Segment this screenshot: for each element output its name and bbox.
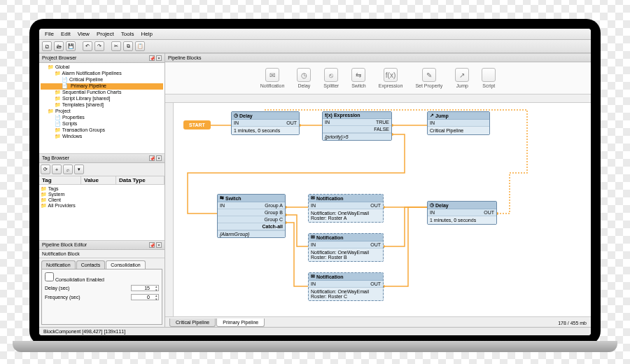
tree-node[interactable]: Script Library [shared] [41,96,163,102]
tree-node[interactable]: Transaction Groups [41,127,163,134]
tab-notification[interactable]: Notification [41,260,76,269]
copy-icon[interactable]: ⧉ [123,41,133,51]
editor-tabs: Notification Contacts Consolidation [39,258,164,269]
switch-block[interactable]: ⇆Switch INGroup A Group B Group C Catch-… [217,194,286,238]
palette-switch[interactable]: ⇆Switch [351,68,366,88]
menu-project[interactable]: Project [94,30,117,38]
close-icon[interactable]: × [156,55,162,61]
tree-node[interactable]: Sequential Function Charts [41,90,163,96]
port-in[interactable]: IN [311,242,316,247]
tree-node[interactable]: Windows [41,134,163,140]
notification-block-c[interactable]: ✉Notification INOUT Notification: OneWay… [308,272,384,301]
palette-script[interactable]: Script [482,68,496,88]
port-out[interactable]: OUT [484,210,494,215]
port-in[interactable]: IN [220,203,225,208]
port-out[interactable]: OUT [370,203,381,208]
notification-block-b[interactable]: ✉Notification INOUT Notification: OneWay… [308,233,384,262]
col-value[interactable]: Value [81,176,116,184]
port-in[interactable]: IN [325,120,330,125]
palette-expression[interactable]: f(x)Expression [379,68,403,88]
palette-splitter[interactable]: ⎋Splitter [323,68,339,88]
project-browser-tree[interactable]: GlobalAlarm Notification PipelinesCritic… [39,63,164,153]
delay-block-2[interactable]: ◷Delay INOUT 1 minutes, 0 seconds [427,201,497,225]
tree-node[interactable]: Global [41,64,163,71]
tree-node[interactable]: Project [41,108,163,115]
new-icon[interactable]: 🗋 [42,41,52,51]
tab-contacts[interactable]: Contacts [76,260,106,269]
palette-label: Splitter [323,83,339,88]
save-icon[interactable]: 💾 [66,41,76,51]
add-icon[interactable]: + [52,164,62,174]
tag-folder[interactable]: Tags [41,186,163,192]
menu-edit[interactable]: Edit [58,30,74,38]
tab-primary[interactable]: Primary Pipeline [216,318,265,327]
port-in[interactable]: IN [430,210,435,215]
tag-tree[interactable]: TagsSystemClientAll Providers [39,185,164,240]
port-in[interactable]: IN [311,281,316,286]
tree-node[interactable]: Primary Pipeline [41,83,163,90]
port-false[interactable]: FALSE [374,127,389,132]
delay-icon: ◷ [297,68,311,82]
expression-block[interactable]: f(x)Expression INTRUE FALSE {priority}>5 [322,111,392,141]
close-icon[interactable]: × [156,242,162,248]
consolidation-checkbox[interactable]: Consolidation Enabled [45,277,104,282]
menu-help[interactable]: Help [138,30,155,38]
palette-notification[interactable]: ✉Notification [260,68,285,88]
frequency-spinner[interactable]: 0 [131,294,159,300]
canvas-scroll[interactable]: START ◷Delay INOUT 1 minutes, 0 seconds … [165,94,591,316]
pipeline-canvas[interactable]: START ◷Delay INOUT 1 minutes, 0 seconds … [174,103,591,316]
tree-node[interactable]: Alarm Notification Pipelines [41,71,163,77]
port-out[interactable]: OUT [286,120,297,125]
close-icon[interactable]: × [156,155,162,161]
menu-tools[interactable]: Tools [118,30,137,38]
menu-view[interactable]: View [75,30,92,38]
port-out[interactable]: OUT [370,281,381,286]
checkbox-input[interactable] [45,272,54,281]
palette-jump[interactable]: ↗Jump [455,68,469,88]
start-block[interactable]: START [183,120,211,130]
delay-spinner[interactable]: 15 [131,285,159,291]
jump-block[interactable]: ↗Jump IN Critical Pipeline [427,111,490,135]
tab-consolidation[interactable]: Consolidation [106,260,145,269]
palette-delay[interactable]: ◷Delay [297,68,311,88]
col-datatype[interactable]: Data Type [116,176,164,184]
tree-node[interactable]: Properties [41,115,163,121]
collapse-icon[interactable]: ▾ [74,164,84,174]
menu-file[interactable]: File [42,30,57,38]
tree-node[interactable]: Scripts [41,121,163,127]
port-out[interactable]: OUT [370,242,381,247]
port-in[interactable]: IN [234,120,239,125]
pin-icon[interactable]: 📌 [149,242,155,248]
pin-icon[interactable]: 📌 [149,155,155,161]
tag-folder[interactable]: System [41,192,163,197]
block-expr: {AlarmGroup} [218,230,285,237]
palette-set-property[interactable]: ✎Set Property [415,68,442,88]
port-c[interactable]: Group C [265,217,283,222]
port-a[interactable]: Group A [265,203,283,208]
block-expr: {priority}>5 [323,133,391,140]
tree-node[interactable]: Templates [shared] [41,102,163,108]
block-editor-title: Pipeline Block Editor 📌 × [39,240,164,250]
port-in[interactable]: IN [311,203,316,208]
col-tag[interactable]: Tag [39,176,81,184]
delay-block-1[interactable]: ◷Delay INOUT 1 minutes, 0 seconds [231,111,300,135]
undo-icon[interactable]: ↶ [83,41,92,51]
palette-label: Set Property [415,83,442,88]
paste-icon[interactable]: 📋 [135,41,145,51]
port-true[interactable]: TRUE [376,120,389,125]
open-icon[interactable]: 🗁 [54,41,64,51]
redo-icon[interactable]: ↷ [94,41,104,51]
tree-node[interactable]: Critical Pipeline [41,77,163,83]
port-catchall[interactable]: Catch-all [262,224,283,229]
tag-folder[interactable]: All Providers [41,203,163,209]
cut-icon[interactable]: ✂ [111,41,121,51]
pin-icon[interactable]: 📌 [149,55,155,61]
block-editor: Notification Block Notification Contacts… [39,250,164,327]
tag-folder[interactable]: Client [41,197,163,203]
filter-icon[interactable]: ⌕ [63,164,73,174]
port-b[interactable]: Group B [265,210,283,215]
port-in[interactable]: IN [430,120,435,125]
tab-critical[interactable]: Critical Pipeline [169,318,216,327]
notification-block-a[interactable]: ✉Notification INOUT Notification: OneWay… [308,194,384,223]
refresh-icon[interactable]: ⟳ [41,164,50,174]
